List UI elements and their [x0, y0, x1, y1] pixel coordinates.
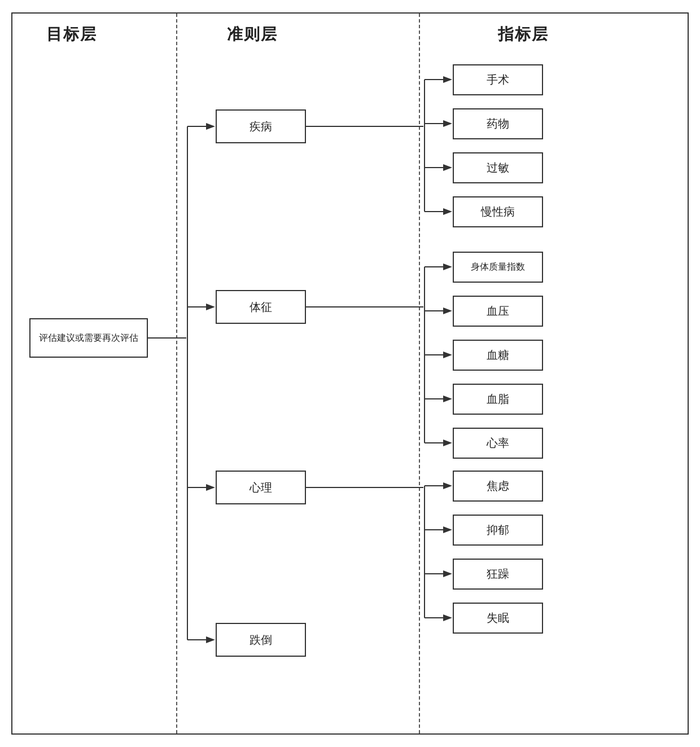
indicator-xinlv: 心率	[453, 428, 543, 459]
indicator-bmi: 身体质量指数	[453, 252, 543, 283]
criteria-layer-header: 准则层	[227, 24, 278, 45]
criteria-jibing: 疾病	[216, 109, 306, 143]
indicator-manxingbing: 慢性病	[453, 196, 543, 227]
connection-lines	[12, 14, 688, 733]
target-node: 评估建议或需要再次评估	[29, 318, 148, 358]
criteria-tizhen: 体征	[216, 290, 306, 324]
indicator-layer-header: 指标层	[498, 24, 549, 45]
indicator-jiaolv: 焦虑	[453, 471, 543, 502]
indicator-kangzao: 狂躁	[453, 559, 543, 590]
indicator-xuezhi: 血脂	[453, 384, 543, 415]
indicator-xueya: 血压	[453, 296, 543, 327]
indicator-guomin: 过敏	[453, 152, 543, 183]
criteria-diedao: 跌倒	[216, 623, 306, 657]
indicator-yaowu: 药物	[453, 108, 543, 139]
indicator-yiyu: 抑郁	[453, 515, 543, 546]
divider-left	[176, 14, 177, 733]
criteria-xinli: 心理	[216, 471, 306, 504]
indicator-shimian: 失眠	[453, 603, 543, 634]
indicator-xuetang: 血糖	[453, 340, 543, 371]
indicator-shoushu: 手术	[453, 64, 543, 95]
target-layer-header: 目标层	[46, 24, 97, 45]
diagram-container: 目标层 准则层 指标层 评估建议或需要再次评估 疾病 体征 心理 跌倒 手术 药…	[11, 12, 689, 735]
divider-right	[419, 14, 420, 733]
